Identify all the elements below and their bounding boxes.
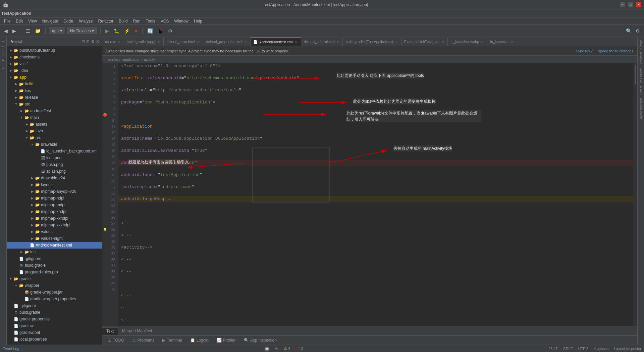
tree-item-gradle-wrapper-props[interactable]: 📄 gradle-wrapper.properties xyxy=(7,296,102,302)
tab-text[interactable]: Text xyxy=(102,327,118,335)
tree-item-build-gradle-root[interactable]: ⚙ build.gradle xyxy=(7,309,102,316)
right-emulator-icon[interactable]: Emulator xyxy=(639,51,643,65)
settings-button[interactable]: ⚙ xyxy=(634,28,641,34)
tree-item-java[interactable]: ▶ 📂 java xyxy=(7,128,102,134)
tree-item-layout[interactable]: ▶ 📂 layout xyxy=(7,181,102,188)
tree-item-drawable-v24[interactable]: ▶ 📂 drawable-v24 xyxy=(7,175,102,181)
tab-android-manifest[interactable]: 📄 AndroidManifest.xml ✕ xyxy=(251,37,301,46)
tab-ic-launch-ellipsis[interactable]: ic_launch... ✕ xyxy=(487,37,517,46)
menu-navigate[interactable]: Navigate xyxy=(40,18,61,24)
sidebar-project-icon[interactable]: P xyxy=(1,38,6,43)
tree-item-local-properties[interactable]: 📄 local.properties xyxy=(7,336,102,343)
sidebar-resource-icon[interactable]: R xyxy=(1,45,6,50)
code-editor[interactable]: <?xml version="1.0" encoding="utf-8"?> <… xyxy=(118,63,633,326)
profile-button[interactable]: ⚡ xyxy=(123,28,131,34)
tab-close[interactable]: ✕ xyxy=(336,40,340,44)
indent-size[interactable]: 4 spaces xyxy=(594,347,609,351)
nav-bar-icon[interactable]: ☰ xyxy=(24,28,32,34)
back-button[interactable]: ◀ xyxy=(3,28,9,34)
stop-button[interactable]: ■ xyxy=(133,28,139,34)
tree-item-main[interactable]: ▼ 📂 main xyxy=(7,114,102,121)
menu-run[interactable]: Run xyxy=(130,18,143,24)
no-devices-button[interactable]: No Devices ▾ xyxy=(67,28,97,34)
tab-close[interactable]: ✕ xyxy=(294,40,298,44)
bottom-tab-profiler[interactable]: 📈 Profiler xyxy=(214,337,238,343)
tree-item-build-gradle-app[interactable]: ⚙ build.gradle xyxy=(7,262,102,269)
sync-button[interactable]: 🔄 xyxy=(146,28,154,34)
menu-refactor[interactable]: Refactor xyxy=(96,18,116,24)
panel-expand-icon[interactable]: ⊞ xyxy=(86,39,90,44)
tree-item-mipmap-mdpi[interactable]: ▶ 📂 mipmap-mdpi xyxy=(7,202,102,208)
right-layout-inspector-icon[interactable]: Layout Inspector xyxy=(639,97,643,122)
tree-item-release[interactable]: ▶ 📂 release xyxy=(7,94,102,101)
tree-item-vcs1[interactable]: ▶ 📂 vcs-1 xyxy=(7,60,102,67)
tab-build-gradle-app2[interactable]: build.gradle (TestApplication) ✕ xyxy=(343,37,401,46)
maximize-button[interactable]: □ xyxy=(628,2,633,7)
right-device-file-icon[interactable]: Device File Explorer xyxy=(639,66,643,96)
close-button[interactable]: ✕ xyxy=(636,2,641,7)
tree-item-test[interactable]: ▶ 📂 test xyxy=(7,249,102,255)
tree-item-values-night[interactable]: ▶ 📂 values-night xyxy=(7,235,102,242)
bottom-tab-problems[interactable]: ⚠ Problems xyxy=(129,337,157,343)
editor-scrollbar[interactable] xyxy=(633,63,637,326)
tree-item-AndroidManifest[interactable]: 📄 AndroidManifest.xml xyxy=(7,242,102,249)
tree-item-mipmap-hdpi[interactable]: ▶ 📂 mipmap-hdpi xyxy=(7,195,102,202)
menu-file[interactable]: File xyxy=(1,18,13,24)
ignore-changes-button[interactable]: Ignore these changes xyxy=(598,49,633,53)
tree-item-wrapper[interactable]: ▼ 📂 wrapper xyxy=(7,282,102,289)
error-indicator[interactable]: ● 13 xyxy=(296,347,303,351)
sidebar-build-variants-icon[interactable]: B xyxy=(1,65,6,70)
tab-close[interactable]: ✕ xyxy=(510,40,514,44)
tree-item-gitignore-app[interactable]: 📄 .gitignore xyxy=(7,255,102,262)
tree-item-gradle-wrapper-jar[interactable]: 📦 gradle-wrapper.jar xyxy=(7,289,102,296)
menu-build[interactable]: Build xyxy=(116,18,130,24)
tree-item-icon-png[interactable]: 🖼 icon.png xyxy=(7,155,102,161)
editor-content[interactable]: 1 2 3 4 5 6 7 8 🔴 9 10 11 12 13 14 15 16 xyxy=(102,63,637,326)
tree-item-libs[interactable]: ▶ 📂 libs xyxy=(7,87,102,94)
run-config-selector[interactable]: app ▾ xyxy=(49,28,65,34)
tree-item-assets[interactable]: ▶ 📂 assets xyxy=(7,121,102,128)
tree-item-res[interactable]: ▼ 📂 res xyxy=(7,134,102,141)
menu-window[interactable]: Window xyxy=(171,18,191,24)
scrollbar-thumb[interactable] xyxy=(635,64,636,85)
panel-close-icon[interactable]: ✕ xyxy=(96,39,99,44)
tab-build-gradle-app[interactable]: build.gradle (app) ✕ xyxy=(124,37,164,46)
tab-close[interactable]: ✕ xyxy=(157,40,161,44)
bottom-tab-app-inspection[interactable]: 🔍 App Inspection xyxy=(241,337,279,343)
layout-inspector-label[interactable]: Layout Inspector xyxy=(614,347,641,351)
menu-view[interactable]: View xyxy=(25,18,40,24)
tree-item-app[interactable]: ▼ 📂 app xyxy=(7,74,102,81)
menu-vcs[interactable]: VCS xyxy=(158,18,172,24)
tree-item-gradle[interactable]: ▼ 📂 gradle xyxy=(7,275,102,282)
tree-item-proguard[interactable]: 📄 proguard-rules.pro xyxy=(7,269,102,275)
menu-code[interactable]: Code xyxy=(61,18,76,24)
tab-es-xml[interactable]: es.xml ✕ xyxy=(102,37,124,46)
encoding[interactable]: UTF-8 xyxy=(578,347,588,351)
menu-edit[interactable]: Edit xyxy=(13,18,25,24)
tree-item-mipmap-xxhdpi[interactable]: ▶ 📂 mipmap-xxhdpi xyxy=(7,215,102,222)
tree-item-splash-png[interactable]: 🖼 splash.png xyxy=(7,168,102,175)
tree-item-ic-launcher-background[interactable]: 📄 ic_launcher_background.xml xyxy=(7,148,102,155)
menu-help[interactable]: Help xyxy=(191,18,205,24)
sdk-button[interactable]: ⚙ xyxy=(167,28,174,34)
sidebar-favorites-icon[interactable]: ★ xyxy=(1,57,6,64)
panel-collapse-icon[interactable]: ⊟ xyxy=(82,39,85,44)
tab-close[interactable]: ✕ xyxy=(480,40,484,44)
forward-button[interactable]: ▶ xyxy=(11,28,17,34)
tree-item-gradle-properties[interactable]: 📄 gradle.properties xyxy=(7,316,102,322)
tree-item-buildOutputCleanup[interactable]: ▶ 📂 buildOutputCleanup xyxy=(7,47,102,54)
tab-dcloud-control[interactable]: dcloud_control.xml ✕ xyxy=(301,37,343,46)
tree-item-src[interactable]: ▼ 📂 src xyxy=(7,101,102,107)
tree-item-mipmap-xxxhdpi[interactable]: ▶ 📂 mipmap-xxxhdpi xyxy=(7,222,102,228)
tab-merged-manifest[interactable]: Merged Manifest xyxy=(118,327,156,335)
run-button[interactable]: ▶ xyxy=(104,28,110,34)
sync-now-button[interactable]: Sync Now xyxy=(576,49,593,53)
tree-item-gitignore-root[interactable]: 📄 .gitignore xyxy=(7,302,102,309)
tab-close[interactable]: ✕ xyxy=(196,40,200,44)
project-tree[interactable]: ▶ 📂 buildOutputCleanup ▶ 📂 checksums ▶ 📂… xyxy=(7,46,102,345)
minimize-button[interactable]: − xyxy=(620,2,625,7)
line-ending[interactable]: CRLF xyxy=(563,347,573,351)
sidebar-structure-icon[interactable]: S xyxy=(1,51,6,56)
tab-dcloud-properties[interactable]: dcloud_properties.xml ✕ xyxy=(203,37,251,46)
bottom-tab-terminal[interactable]: ▶ Terminal xyxy=(160,337,184,343)
